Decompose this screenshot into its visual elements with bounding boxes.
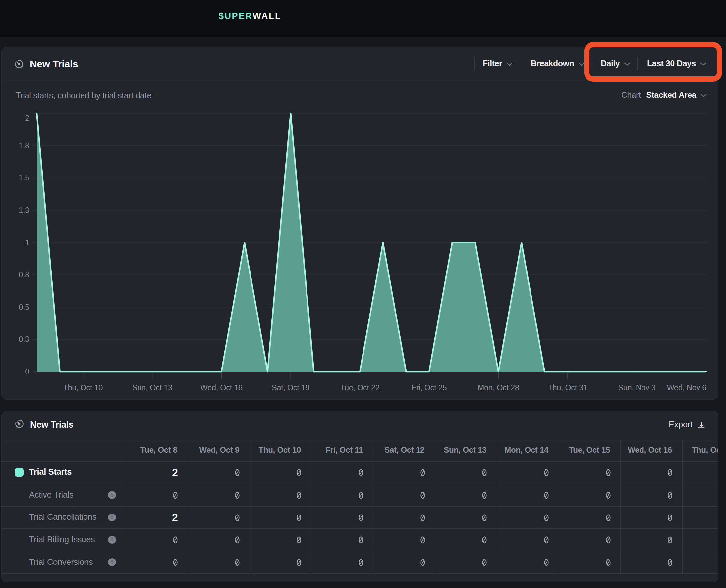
svg-text:1.3: 1.3 [19,206,29,214]
svg-text:Tue, Oct 22: Tue, Oct 22 [340,383,380,392]
svg-text:0.8: 0.8 [19,271,29,279]
svg-text:Sun, Nov 3: Sun, Nov 3 [618,383,656,392]
svg-text:Sat, Oct 19: Sat, Oct 19 [272,383,309,392]
svg-text:0: 0 [25,368,29,376]
svg-text:Sun, Oct 13: Sun, Oct 13 [132,383,172,392]
svg-text:0.3: 0.3 [19,335,29,344]
svg-text:0.5: 0.5 [19,303,29,312]
svg-text:Thu, Oct 31: Thu, Oct 31 [548,383,587,392]
svg-text:Thu, Oct 10: Thu, Oct 10 [63,383,103,392]
svg-text:Wed, Nov 6: Wed, Nov 6 [667,383,707,392]
svg-text:1.8: 1.8 [19,141,29,150]
svg-text:1: 1 [25,238,29,247]
svg-text:2: 2 [25,113,29,122]
svg-text:Mon, Oct 28: Mon, Oct 28 [478,383,519,392]
svg-text:1.5: 1.5 [19,173,29,182]
svg-text:Wed, Oct 16: Wed, Oct 16 [200,383,243,392]
svg-text:Fri, Oct 25: Fri, Oct 25 [411,383,447,392]
